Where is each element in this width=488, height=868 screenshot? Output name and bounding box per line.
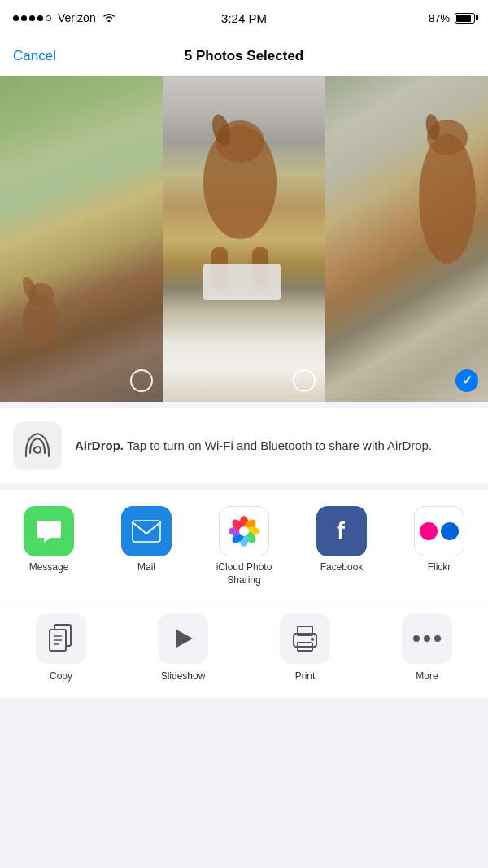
flickr-dots	[420, 522, 459, 540]
status-right: 87%	[429, 12, 475, 24]
wifi-icon	[102, 11, 115, 24]
slideshow-icon-wrap	[158, 613, 208, 664]
print-action-label: Print	[295, 670, 316, 682]
signal-dot-2	[21, 15, 27, 21]
copy-icon-wrap	[36, 613, 86, 664]
mail-app-label: Mail	[137, 561, 155, 574]
facebook-app-label: Facebook	[320, 561, 364, 574]
more-icon	[412, 635, 442, 643]
airdrop-section[interactable]: AirDrop. Tap to turn on Wi-Fi and Blueto…	[0, 408, 488, 483]
nav-bar: Cancel 5 Photos Selected	[0, 36, 488, 76]
svg-marker-29	[176, 630, 193, 648]
flickr-dot-blue	[441, 522, 459, 540]
airdrop-bold: AirDrop.	[75, 438, 124, 452]
message-app-label: Message	[29, 561, 69, 574]
svg-point-22	[239, 526, 249, 536]
battery-icon	[455, 13, 475, 24]
svg-rect-8	[203, 264, 281, 300]
action-item-print[interactable]: Print	[260, 613, 350, 682]
svg-point-33	[311, 638, 314, 641]
page-title: 5 Photos Selected	[185, 48, 303, 64]
slideshow-action-label: Slideshow	[161, 670, 206, 682]
app-item-message[interactable]: Message	[12, 506, 85, 574]
flickr-app-label: Flickr	[428, 561, 451, 574]
print-icon-wrap	[280, 613, 330, 664]
airdrop-icon-wrap	[13, 421, 62, 470]
photo-3-select[interactable]: ✓	[455, 369, 478, 392]
icloud-app-label: iCloud Photo Sharing	[216, 561, 272, 587]
battery-percent: 87%	[429, 12, 450, 24]
action-item-copy[interactable]: Copy	[16, 613, 106, 682]
airdrop-icon	[22, 430, 53, 461]
mail-app-icon	[121, 506, 172, 556]
svg-point-35	[424, 635, 430, 642]
app-item-facebook[interactable]: f Facebook	[305, 506, 378, 574]
actions-row: Copy Slideshow Print	[0, 600, 488, 698]
share-apps-row: Message Mail	[0, 490, 488, 600]
app-item-mail[interactable]: Mail	[110, 506, 183, 574]
app-item-flickr[interactable]: Flickr	[403, 506, 476, 574]
copy-icon	[48, 624, 74, 653]
flickr-app-icon	[414, 506, 464, 556]
photo-item-1[interactable]	[0, 76, 163, 402]
flickr-dot-pink	[420, 522, 438, 540]
svg-text:f: f	[337, 517, 346, 544]
photo-2-select[interactable]	[293, 369, 316, 392]
more-icon-wrap	[402, 613, 452, 664]
cancel-button[interactable]: Cancel	[13, 48, 56, 64]
checkmark-icon: ✓	[462, 374, 473, 387]
icloud-app-icon	[219, 506, 269, 556]
more-action-label: More	[416, 670, 438, 682]
photo-strip: ✓	[0, 76, 488, 402]
action-item-slideshow[interactable]: Slideshow	[138, 613, 228, 682]
airdrop-description: AirDrop. Tap to turn on Wi-Fi and Blueto…	[75, 437, 432, 456]
copy-action-label: Copy	[50, 670, 72, 682]
photo-1-select[interactable]	[130, 369, 153, 392]
carrier-label: Verizon	[58, 11, 96, 24]
facebook-app-icon: f	[316, 506, 367, 556]
svg-point-36	[434, 635, 441, 642]
signal-dot-3	[29, 15, 35, 21]
status-bar: Verizon 3:24 PM 87%	[0, 0, 488, 36]
svg-point-34	[413, 635, 420, 642]
signal-dot-1	[13, 15, 19, 21]
message-app-icon	[24, 506, 74, 556]
photo-item-3[interactable]: ✓	[325, 76, 488, 402]
signal-dot-4	[37, 15, 43, 21]
svg-point-12	[34, 447, 41, 453]
airdrop-text: Tap to turn on Wi-Fi and Bluetooth to sh…	[124, 438, 432, 452]
signal-dot-5	[46, 15, 51, 21]
status-time: 3:24 PM	[221, 11, 267, 25]
print-icon	[290, 625, 320, 652]
photo-item-2[interactable]	[163, 76, 325, 402]
status-left: Verizon	[13, 11, 115, 24]
svg-rect-13	[133, 521, 160, 542]
app-item-icloud[interactable]: iCloud Photo Sharing	[207, 506, 281, 587]
signal-dots	[13, 15, 51, 21]
battery-fill	[456, 15, 471, 22]
slideshow-icon	[170, 626, 196, 652]
action-item-more[interactable]: More	[382, 613, 472, 682]
